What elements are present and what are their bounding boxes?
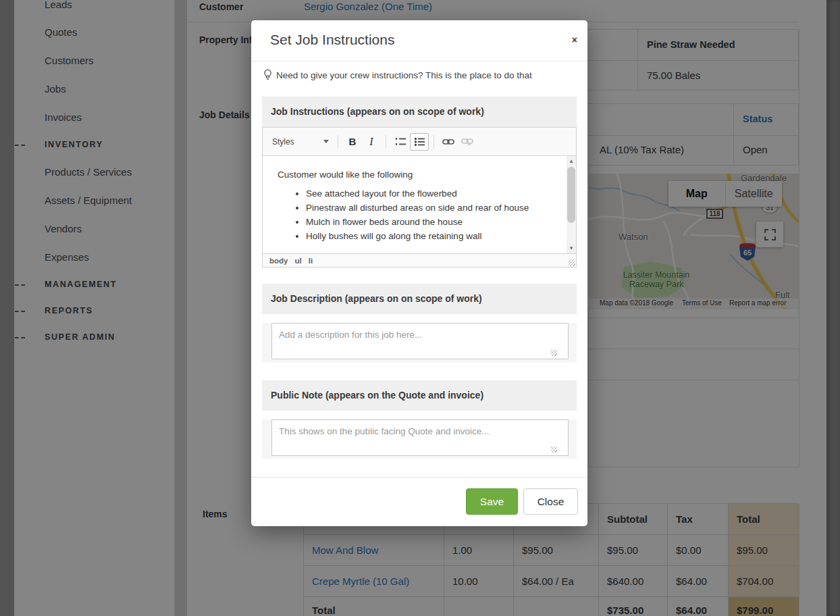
editor-bullet-list: See attached layout for the flowerbed Pi… bbox=[278, 188, 562, 241]
job-description-body bbox=[262, 323, 577, 362]
toolbar-separator bbox=[434, 135, 434, 149]
chevron-down-icon bbox=[323, 140, 329, 143]
set-job-instructions-modal: Set Job Instructions × Need to give your… bbox=[251, 20, 587, 526]
remove-link-button[interactable] bbox=[458, 133, 477, 151]
editor-paragraph: Customer would like the following bbox=[278, 170, 562, 180]
scrollbar-thumb[interactable] bbox=[567, 167, 575, 223]
modal-hint: Need to give your crew instructions? Thi… bbox=[263, 69, 532, 81]
path-item-ul[interactable]: ul bbox=[294, 257, 301, 265]
editor-resize-grip[interactable] bbox=[569, 259, 575, 266]
modal-title: Set Job Instructions bbox=[270, 32, 394, 48]
styles-dropdown-label: Styles bbox=[272, 137, 323, 147]
public-note-body bbox=[262, 419, 577, 459]
public-note-input[interactable] bbox=[271, 419, 569, 456]
editor-document: Customer would like the following See at… bbox=[263, 156, 567, 245]
scroll-up-icon[interactable]: ▲ bbox=[567, 156, 576, 166]
numbered-list-icon bbox=[395, 137, 406, 147]
public-note-section: Public Note (appears on the Quote and in… bbox=[262, 380, 577, 467]
path-item-li[interactable]: li bbox=[309, 257, 313, 265]
insert-link-button[interactable] bbox=[439, 133, 458, 151]
toolbar-separator bbox=[386, 135, 386, 149]
job-instructions-header: Job Instructions (appears on on scope of… bbox=[262, 97, 577, 127]
lightbulb-icon bbox=[263, 69, 272, 81]
save-button[interactable]: Save bbox=[466, 488, 518, 515]
bullet-list-button[interactable] bbox=[410, 133, 429, 151]
editor-bullet: Holly bushes will go along the retaining… bbox=[306, 231, 562, 241]
editor-bullet: Pinestraw all disturbed areas on side an… bbox=[306, 203, 562, 213]
toolbar-separator bbox=[338, 135, 338, 149]
bold-button[interactable]: B bbox=[343, 133, 362, 151]
unlink-icon bbox=[461, 138, 473, 146]
styles-dropdown[interactable]: Styles bbox=[268, 134, 333, 150]
close-icon[interactable]: × bbox=[572, 35, 577, 45]
public-note-header: Public Note (appears on the Quote and in… bbox=[262, 380, 577, 411]
editor-element-path: body ul li bbox=[263, 253, 576, 267]
numbered-list-button[interactable] bbox=[391, 133, 410, 151]
editor-scrollbar[interactable]: ▲ ▼ bbox=[567, 156, 576, 253]
close-button[interactable]: Close bbox=[523, 488, 578, 515]
divider bbox=[251, 477, 587, 478]
bullet-list-icon bbox=[414, 137, 425, 147]
job-description-section: Job Description (appears on on scope of … bbox=[262, 284, 577, 371]
job-description-input[interactable] bbox=[271, 323, 569, 359]
public-note-field-wrap bbox=[271, 419, 567, 459]
job-description-header: Job Description (appears on on scope of … bbox=[262, 284, 577, 314]
modal-hint-text: Need to give your crew instructions? Thi… bbox=[276, 70, 532, 80]
editor-toolbar: Styles B I bbox=[263, 128, 576, 156]
editor-content-area[interactable]: Customer would like the following See at… bbox=[263, 156, 576, 253]
rich-text-editor: Styles B I bbox=[262, 127, 577, 267]
job-description-field-wrap bbox=[271, 323, 567, 362]
editor-bullet: See attached layout for the flowerbed bbox=[306, 188, 562, 199]
editor-bullet: Mulch in flower beds around the house bbox=[306, 217, 562, 227]
job-instructions-section: Job Instructions (appears on on scope of… bbox=[262, 97, 577, 267]
link-icon bbox=[442, 138, 454, 145]
path-item-body[interactable]: body bbox=[269, 257, 288, 265]
italic-button[interactable]: I bbox=[362, 133, 381, 151]
divider bbox=[251, 61, 587, 61]
scroll-down-icon[interactable]: ▼ bbox=[567, 243, 576, 253]
